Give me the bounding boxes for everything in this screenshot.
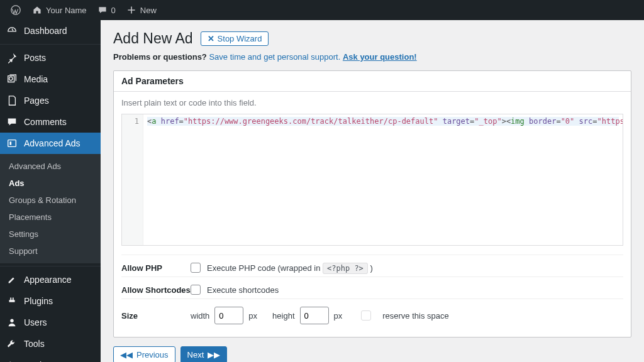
allow-shortcodes-row: Allow Shortcodes Execute shortcodes — [121, 277, 623, 299]
comments-link[interactable]: 0 — [92, 0, 121, 20]
reserve-space-label: reserve this space — [382, 311, 449, 321]
forward-icon: ▶▶ — [208, 350, 220, 359]
media-icon — [6, 74, 18, 85]
code-area[interactable]: <a href="https://www.greengeeks.com/trac… — [143, 114, 623, 245]
submenu-item-overview[interactable]: Advanced Ads — [0, 158, 101, 175]
site-name-link[interactable]: Your Name — [26, 0, 92, 20]
sidebar-item-label: Users — [24, 317, 47, 327]
heading-row: Add New Ad ✕ Stop Wizard — [113, 30, 631, 47]
height-label: height — [272, 311, 294, 321]
sidebar-item-label: Tools — [24, 339, 45, 349]
svg-point-4 — [10, 319, 13, 322]
sidebar-item-appearance[interactable]: Appearance — [0, 269, 101, 290]
php-pill: <?php ?> — [323, 263, 368, 274]
sidebar-item-users[interactable]: Users — [0, 312, 101, 333]
sidebar-item-label: Media — [24, 74, 48, 84]
line-number: 1 — [122, 117, 139, 126]
svg-rect-2 — [8, 140, 16, 147]
sidebar-item-pages[interactable]: Pages — [0, 90, 101, 111]
plus-icon — [126, 4, 137, 16]
brush-icon — [6, 274, 18, 285]
sidebar-item-media[interactable]: Media — [0, 69, 101, 90]
submenu-item-placements[interactable]: Placements — [0, 209, 101, 226]
px-label: px — [248, 311, 257, 321]
width-input[interactable] — [214, 307, 243, 324]
sidebar-item-posts[interactable]: Posts — [0, 47, 101, 69]
svg-rect-3 — [9, 141, 11, 145]
allow-shortcodes-label: Allow Shortcodes — [121, 285, 191, 295]
allow-shortcodes-text: Execute shortcodes — [207, 285, 279, 295]
menu-separator — [0, 263, 101, 266]
sidebar-item-label: Appearance — [24, 275, 72, 285]
reserve-space-checkbox[interactable] — [361, 310, 371, 321]
new-label: New — [140, 6, 157, 15]
next-button[interactable]: Next ▶▶ — [180, 346, 228, 362]
height-input[interactable] — [300, 307, 329, 324]
help-line: Problems or questions? Save time and get… — [113, 52, 631, 62]
submenu-item-settings[interactable]: Settings — [0, 226, 101, 243]
menu-separator — [0, 41, 101, 45]
sidebar-item-tools[interactable]: Tools — [0, 333, 101, 354]
previous-label: Previous — [136, 350, 169, 359]
sidebar-submenu: Advanced Ads Ads Groups & Rotation Place… — [0, 154, 101, 263]
dashboard-icon — [6, 25, 18, 36]
allow-php-checkbox[interactable] — [191, 263, 201, 273]
sidebar-item-advanced-ads[interactable]: Advanced Ads — [0, 133, 101, 154]
sidebar-item-comments[interactable]: Comments — [0, 111, 101, 133]
field-hint: Insert plain text or code into this fiel… — [121, 98, 623, 107]
admin-bar: Your Name 0 New — [0, 0, 644, 20]
postbox-title: Ad Parameters — [114, 71, 631, 92]
stop-wizard-label: Stop Wizard — [218, 34, 262, 43]
wizard-nav: ◀◀ Previous Next ▶▶ — [113, 346, 631, 362]
users-icon — [6, 317, 18, 328]
previous-button[interactable]: ◀◀ Previous — [113, 346, 175, 362]
new-content-link[interactable]: New — [121, 0, 162, 20]
px-label: px — [334, 311, 343, 321]
comment-icon — [6, 116, 18, 128]
help-support-link[interactable]: Save time and get personal support. — [209, 52, 340, 62]
size-row: Size width px height px reserve this spa… — [121, 299, 623, 328]
ad-parameters-postbox: Ad Parameters Insert plain text or code … — [113, 70, 631, 337]
home-icon — [31, 4, 43, 16]
sidebar-item-label: Pages — [24, 96, 49, 106]
admin-sidebar: Dashboard Posts Media Pages Comments Adv… — [0, 20, 101, 362]
allow-shortcodes-checkbox[interactable] — [191, 285, 201, 295]
page-content: Add New Ad ✕ Stop Wizard Problems or que… — [101, 20, 644, 362]
allow-php-text: Execute PHP code (wrapped in <?php ?> ) — [207, 263, 373, 273]
page-title: Add New Ad — [113, 30, 193, 47]
comment-icon — [97, 4, 108, 16]
line-gutter: 1 — [122, 114, 143, 245]
postbox-body: Insert plain text or code into this fiel… — [114, 92, 631, 337]
site-name-label: Your Name — [46, 6, 87, 15]
svg-point-1 — [9, 77, 13, 80]
ads-icon — [6, 138, 18, 149]
help-prefix: Problems or questions? — [113, 52, 207, 62]
width-label: width — [191, 311, 209, 321]
submenu-item-support[interactable]: Support — [0, 243, 101, 260]
size-inputs: width px height px reserve this space — [191, 307, 449, 324]
sliders-icon — [6, 359, 18, 362]
plugin-icon — [6, 295, 18, 307]
sidebar-item-label: Dashboard — [24, 26, 67, 36]
size-label: Size — [121, 311, 191, 321]
sidebar-item-label: Comments — [24, 117, 67, 127]
stop-wizard-button[interactable]: ✕ Stop Wizard — [201, 31, 269, 46]
wordpress-icon — [10, 4, 21, 16]
sidebar-item-settings[interactable]: Settings — [0, 354, 101, 362]
allow-php-label: Allow PHP — [121, 263, 191, 273]
sidebar-item-plugins[interactable]: Plugins — [0, 290, 101, 312]
submenu-item-groups[interactable]: Groups & Rotation — [0, 192, 101, 209]
wp-logo[interactable] — [5, 0, 26, 20]
next-label: Next — [187, 350, 204, 359]
sidebar-item-dashboard[interactable]: Dashboard — [0, 20, 101, 41]
ask-question-link[interactable]: Ask your question! — [343, 52, 417, 62]
sidebar-item-label: Plugins — [24, 296, 53, 306]
code-editor[interactable]: 1 <a href="https://www.greengeeks.com/tr… — [121, 114, 623, 246]
pin-icon — [6, 52, 18, 63]
close-icon: ✕ — [208, 34, 214, 43]
sidebar-item-label: Advanced Ads — [24, 138, 80, 148]
comments-count: 0 — [111, 6, 116, 15]
page-icon — [6, 95, 18, 106]
allow-php-row: Allow PHP Execute PHP code (wrapped in <… — [121, 255, 623, 277]
submenu-item-ads[interactable]: Ads — [0, 175, 101, 192]
